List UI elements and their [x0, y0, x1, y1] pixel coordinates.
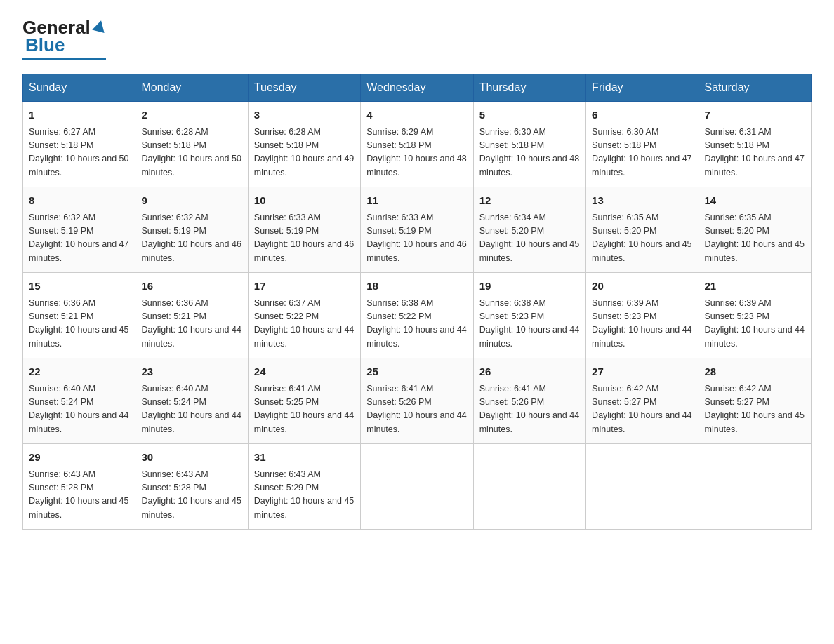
calendar-cell: 19Sunrise: 6:38 AMSunset: 5:23 PMDayligh…: [473, 273, 585, 358]
logo-triangle-icon: [92, 18, 107, 32]
calendar-cell: 26Sunrise: 6:41 AMSunset: 5:26 PMDayligh…: [473, 358, 585, 444]
day-number: 24: [254, 364, 355, 380]
calendar-cell: 22Sunrise: 6:40 AMSunset: 5:24 PMDayligh…: [23, 358, 135, 444]
header-sunday: Sunday: [23, 74, 135, 102]
calendar-cell: [586, 444, 699, 530]
day-info: Sunrise: 6:30 AMSunset: 5:18 PMDaylight:…: [479, 126, 580, 180]
day-number: 1: [29, 107, 129, 123]
day-info: Sunrise: 6:43 AMSunset: 5:29 PMDaylight:…: [254, 468, 355, 523]
day-number: 20: [592, 279, 692, 295]
day-number: 7: [705, 107, 805, 123]
day-info: Sunrise: 6:29 AMSunset: 5:18 PMDaylight:…: [366, 126, 467, 180]
day-number: 4: [366, 107, 467, 123]
day-number: 29: [29, 450, 129, 466]
day-number: 22: [29, 364, 129, 380]
logo-underline: [22, 58, 106, 60]
day-info: Sunrise: 6:31 AMSunset: 5:18 PMDaylight:…: [705, 126, 805, 180]
day-number: 10: [254, 193, 355, 209]
header-thursday: Thursday: [473, 74, 585, 102]
day-number: 17: [254, 279, 355, 295]
day-info: Sunrise: 6:38 AMSunset: 5:23 PMDaylight:…: [479, 297, 580, 351]
calendar-header-row: SundayMondayTuesdayWednesdayThursdayFrid…: [23, 74, 812, 102]
calendar-cell: 9Sunrise: 6:32 AMSunset: 5:19 PMDaylight…: [135, 187, 248, 273]
calendar-cell: [699, 444, 811, 530]
calendar-cell: 12Sunrise: 6:34 AMSunset: 5:20 PMDayligh…: [473, 187, 585, 273]
calendar-cell: 13Sunrise: 6:35 AMSunset: 5:20 PMDayligh…: [586, 187, 699, 273]
calendar-table: SundayMondayTuesdayWednesdayThursdayFrid…: [22, 74, 812, 530]
calendar-cell: 3Sunrise: 6:28 AMSunset: 5:18 PMDaylight…: [248, 102, 360, 187]
day-number: 26: [479, 364, 580, 380]
header-tuesday: Tuesday: [248, 74, 360, 102]
day-number: 5: [479, 107, 580, 123]
calendar-week-4: 22Sunrise: 6:40 AMSunset: 5:24 PMDayligh…: [23, 358, 812, 444]
day-number: 8: [29, 193, 129, 209]
day-info: Sunrise: 6:41 AMSunset: 5:26 PMDaylight:…: [479, 382, 580, 437]
day-number: 25: [366, 364, 467, 380]
calendar-cell: 4Sunrise: 6:29 AMSunset: 5:18 PMDaylight…: [361, 102, 473, 187]
day-info: Sunrise: 6:42 AMSunset: 5:27 PMDaylight:…: [705, 382, 805, 437]
day-number: 16: [141, 279, 241, 295]
day-info: Sunrise: 6:33 AMSunset: 5:19 PMDaylight:…: [366, 211, 467, 266]
day-info: Sunrise: 6:32 AMSunset: 5:19 PMDaylight:…: [141, 211, 241, 266]
header-saturday: Saturday: [699, 74, 811, 102]
calendar-cell: 31Sunrise: 6:43 AMSunset: 5:29 PMDayligh…: [248, 444, 360, 530]
day-number: 2: [141, 107, 241, 123]
header-monday: Monday: [135, 74, 248, 102]
day-info: Sunrise: 6:43 AMSunset: 5:28 PMDaylight:…: [141, 468, 241, 523]
calendar-cell: 17Sunrise: 6:37 AMSunset: 5:22 PMDayligh…: [248, 273, 360, 358]
day-number: 13: [592, 193, 692, 209]
calendar-cell: 20Sunrise: 6:39 AMSunset: 5:23 PMDayligh…: [586, 273, 699, 358]
page-header: General Blue: [22, 17, 812, 60]
calendar-cell: 1Sunrise: 6:27 AMSunset: 5:18 PMDaylight…: [23, 102, 135, 187]
day-number: 23: [141, 364, 241, 380]
day-number: 28: [705, 364, 805, 380]
calendar-cell: 28Sunrise: 6:42 AMSunset: 5:27 PMDayligh…: [699, 358, 811, 444]
logo: General Blue: [22, 17, 106, 60]
calendar-cell: [473, 444, 585, 530]
day-info: Sunrise: 6:40 AMSunset: 5:24 PMDaylight:…: [29, 382, 129, 437]
day-number: 31: [254, 450, 355, 466]
calendar-cell: 27Sunrise: 6:42 AMSunset: 5:27 PMDayligh…: [586, 358, 699, 444]
day-info: Sunrise: 6:39 AMSunset: 5:23 PMDaylight:…: [705, 297, 805, 351]
day-info: Sunrise: 6:32 AMSunset: 5:19 PMDaylight:…: [29, 211, 129, 266]
day-number: 12: [479, 193, 580, 209]
day-number: 21: [705, 279, 805, 295]
header-friday: Friday: [586, 74, 699, 102]
calendar-cell: 6Sunrise: 6:30 AMSunset: 5:18 PMDaylight…: [586, 102, 699, 187]
logo-blue-text: Blue: [25, 34, 65, 56]
day-info: Sunrise: 6:30 AMSunset: 5:18 PMDaylight:…: [592, 126, 692, 180]
calendar-cell: 21Sunrise: 6:39 AMSunset: 5:23 PMDayligh…: [699, 273, 811, 358]
calendar-cell: 11Sunrise: 6:33 AMSunset: 5:19 PMDayligh…: [361, 187, 473, 273]
day-number: 11: [366, 193, 467, 209]
day-number: 15: [29, 279, 129, 295]
day-info: Sunrise: 6:34 AMSunset: 5:20 PMDaylight:…: [479, 211, 580, 266]
calendar-week-5: 29Sunrise: 6:43 AMSunset: 5:28 PMDayligh…: [23, 444, 812, 530]
day-info: Sunrise: 6:37 AMSunset: 5:22 PMDaylight:…: [254, 297, 355, 351]
calendar-cell: 25Sunrise: 6:41 AMSunset: 5:26 PMDayligh…: [361, 358, 473, 444]
calendar-cell: [361, 444, 473, 530]
day-info: Sunrise: 6:28 AMSunset: 5:18 PMDaylight:…: [141, 126, 241, 180]
day-number: 3: [254, 107, 355, 123]
day-number: 19: [479, 279, 580, 295]
day-info: Sunrise: 6:39 AMSunset: 5:23 PMDaylight:…: [592, 297, 692, 351]
calendar-cell: 7Sunrise: 6:31 AMSunset: 5:18 PMDaylight…: [699, 102, 811, 187]
day-number: 27: [592, 364, 692, 380]
day-info: Sunrise: 6:38 AMSunset: 5:22 PMDaylight:…: [366, 297, 467, 351]
calendar-cell: 23Sunrise: 6:40 AMSunset: 5:24 PMDayligh…: [135, 358, 248, 444]
calendar-week-3: 15Sunrise: 6:36 AMSunset: 5:21 PMDayligh…: [23, 273, 812, 358]
day-info: Sunrise: 6:35 AMSunset: 5:20 PMDaylight:…: [705, 211, 805, 266]
day-info: Sunrise: 6:33 AMSunset: 5:19 PMDaylight:…: [254, 211, 355, 266]
day-number: 9: [141, 193, 241, 209]
day-number: 6: [592, 107, 692, 123]
day-info: Sunrise: 6:40 AMSunset: 5:24 PMDaylight:…: [141, 382, 241, 437]
day-info: Sunrise: 6:27 AMSunset: 5:18 PMDaylight:…: [29, 126, 129, 180]
day-info: Sunrise: 6:41 AMSunset: 5:25 PMDaylight:…: [254, 382, 355, 437]
calendar-cell: 5Sunrise: 6:30 AMSunset: 5:18 PMDaylight…: [473, 102, 585, 187]
calendar-cell: 15Sunrise: 6:36 AMSunset: 5:21 PMDayligh…: [23, 273, 135, 358]
calendar-cell: 8Sunrise: 6:32 AMSunset: 5:19 PMDaylight…: [23, 187, 135, 273]
calendar-cell: 29Sunrise: 6:43 AMSunset: 5:28 PMDayligh…: [23, 444, 135, 530]
calendar-week-1: 1Sunrise: 6:27 AMSunset: 5:18 PMDaylight…: [23, 102, 812, 187]
day-info: Sunrise: 6:28 AMSunset: 5:18 PMDaylight:…: [254, 126, 355, 180]
day-info: Sunrise: 6:43 AMSunset: 5:28 PMDaylight:…: [29, 468, 129, 523]
calendar-cell: 30Sunrise: 6:43 AMSunset: 5:28 PMDayligh…: [135, 444, 248, 530]
